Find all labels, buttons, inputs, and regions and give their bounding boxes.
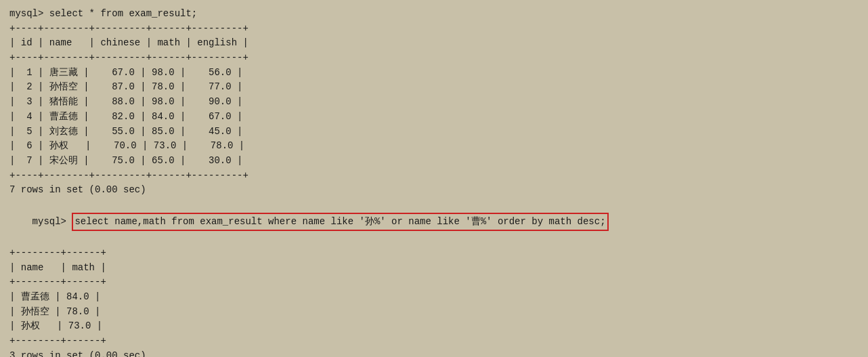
table-row: | 5 | 刘玄德 | 55.0 | 85.0 | 45.0 |: [9, 125, 859, 140]
query1-line: mysql> select * from exam_result;: [9, 7, 859, 22]
rowcount1-line: 7 rows in set (0.00 sec): [9, 183, 859, 198]
table-row: | 2 | 孙悟空 | 87.0 | 78.0 | 77.0 |: [9, 80, 859, 95]
sep6-line: +--------+------+: [9, 334, 859, 349]
rowcount2-line: 3 rows in set (0.00 sec): [9, 349, 859, 357]
table-row: | 孙悟空 | 78.0 |: [9, 305, 859, 320]
table1-rows: | 1 | 唐三藏 | 67.0 | 98.0 | 56.0 | | 2 | 孙…: [9, 66, 859, 169]
sep1-line: +----+--------+---------+------+--------…: [9, 22, 859, 37]
table2-rows: | 曹孟德 | 84.0 | | 孙悟空 | 78.0 | | 孙权 | 73.…: [9, 290, 859, 334]
table-row: | 孙权 | 73.0 |: [9, 319, 859, 334]
prompt2: mysql>: [32, 216, 72, 227]
header2-line: | name | math |: [9, 261, 859, 276]
header1-line: | id | name | chinese | math | english |: [9, 36, 859, 51]
sep3-line: +----+--------+---------+------+--------…: [9, 169, 859, 184]
sep4-line: +--------+------+: [9, 246, 859, 261]
table-row: | 7 | 宋公明 | 75.0 | 65.0 | 30.0 |: [9, 154, 859, 169]
table-row: | 3 | 猪悟能 | 88.0 | 98.0 | 90.0 |: [9, 95, 859, 110]
table-row: | 6 | 孙权 | 70.0 | 73.0 | 78.0 |: [9, 139, 859, 154]
query2-line: mysql> select name,math from exam_result…: [9, 198, 859, 246]
table-row: | 1 | 唐三藏 | 67.0 | 98.0 | 56.0 |: [9, 66, 859, 81]
query2-command: select name,math from exam_result where …: [72, 213, 608, 232]
sep5-line: +--------+------+: [9, 275, 859, 290]
sep2-line: +----+--------+---------+------+--------…: [9, 51, 859, 66]
table-row: | 曹孟德 | 84.0 |: [9, 290, 859, 305]
terminal-window: mysql> select * from exam_result; +----+…: [9, 7, 859, 357]
table-row: | 4 | 曹孟德 | 82.0 | 84.0 | 67.0 |: [9, 110, 859, 125]
